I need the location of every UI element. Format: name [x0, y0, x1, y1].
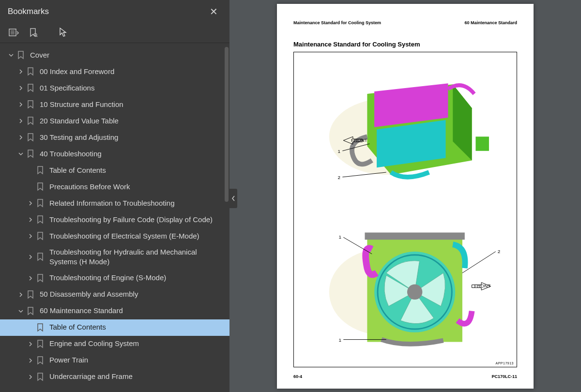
bookmark-icon: [35, 253, 46, 261]
tree-row[interactable]: Table of Contents: [0, 162, 229, 179]
svg-text:1: 1: [338, 337, 341, 343]
page-title: Maintenance Standard for Cooling System: [293, 41, 517, 48]
tree-row[interactable]: Power Train: [0, 352, 229, 369]
bookmarks-header: Bookmarks ✕: [0, 0, 229, 23]
tree-label: Cover: [30, 50, 225, 60]
chevron-right-icon[interactable]: [16, 292, 25, 297]
svg-line-5: [36, 36, 37, 37]
svg-rect-20: [365, 233, 464, 240]
tree-row[interactable]: 01 Specifications: [0, 80, 229, 96]
find-bookmark-icon[interactable]: [29, 28, 38, 38]
pdf-viewer[interactable]: Maintenance Standard for Cooling System …: [229, 0, 581, 392]
tree-row[interactable]: 10 Structure and Function: [0, 96, 229, 113]
chevron-right-icon[interactable]: [26, 201, 35, 206]
chevron-right-icon[interactable]: [26, 234, 35, 239]
figure-id: APP17913: [496, 362, 514, 365]
header-left: Maintenance Standard for Cooling System: [293, 20, 381, 25]
tree-label: Troubleshooting of Engine (S-Mode): [49, 273, 225, 283]
chevron-down-icon[interactable]: [16, 151, 25, 156]
scrollbar-thumb[interactable]: [225, 47, 229, 202]
tree-row[interactable]: Related Information to Troubleshooting: [0, 195, 229, 211]
tree-label: 10 Structure and Function: [40, 100, 225, 109]
bookmark-icon: [35, 166, 46, 175]
tree-label: Related Information to Troubleshooting: [49, 198, 225, 208]
bookmarks-title: Bookmarks: [8, 7, 49, 16]
pdf-page: Maintenance Standard for Cooling System …: [277, 4, 534, 389]
tree-row[interactable]: 40 Troubleshooting: [0, 146, 229, 162]
bookmarks-toolbar: [0, 23, 229, 43]
tree-label: Troubleshooting of Electrical System (E-…: [49, 231, 225, 241]
bookmark-icon: [25, 117, 36, 125]
bookmark-icon: [35, 199, 46, 208]
tree-label: 30 Testing and Adjusting: [40, 133, 225, 142]
tree-row[interactable]: 30 Testing and Adjusting: [0, 129, 229, 146]
header-right: 60 Maintenance Standard: [464, 20, 517, 25]
bookmark-icon: [35, 215, 46, 224]
svg-text:FRONT: FRONT: [474, 283, 490, 288]
tree-row[interactable]: Troubleshooting of Engine (S-Mode): [0, 270, 229, 286]
chevron-right-icon[interactable]: [16, 69, 25, 74]
tree-row[interactable]: Troubleshooting for Hydraulic and Mechan…: [0, 244, 229, 270]
tree-label: 50 Disassembly and Assembly: [40, 289, 225, 299]
tree-row[interactable]: 60 Maintenance Standard: [0, 303, 229, 319]
chevron-right-icon[interactable]: [26, 342, 35, 347]
tree-row[interactable]: 00 Index and Foreword: [0, 63, 229, 80]
footer-left: 60-4: [293, 374, 302, 379]
chevron-right-icon[interactable]: [26, 358, 35, 363]
tree-row[interactable]: Troubleshooting by Failure Code (Display…: [0, 211, 229, 228]
tree-label: Table of Contents: [49, 322, 225, 332]
bookmark-icon: [25, 290, 36, 299]
figure-container: FRONT 1 2: [293, 52, 517, 367]
cooling-system-iso-diagram: FRONT 1 2: [296, 54, 515, 210]
bookmark-icon: [25, 84, 36, 92]
bookmark-icon: [35, 182, 46, 191]
chevron-right-icon[interactable]: [16, 135, 25, 140]
tree-row[interactable]: 50 Disassembly and Assembly: [0, 286, 229, 303]
svg-text:2: 2: [337, 175, 340, 180]
tree-row[interactable]: 20 Standard Value Table: [0, 113, 229, 129]
footer-right: PC170LC-11: [491, 374, 517, 379]
bookmark-icon: [35, 323, 46, 332]
tree-label: 20 Standard Value Table: [40, 116, 225, 126]
svg-rect-11: [475, 136, 489, 151]
svg-text:1: 1: [337, 149, 340, 154]
svg-text:1: 1: [338, 234, 341, 240]
svg-point-23: [407, 285, 422, 300]
cursor-icon: [59, 27, 68, 40]
bookmark-icon: [35, 232, 46, 241]
collapse-panel-icon[interactable]: [229, 189, 237, 208]
chevron-right-icon[interactable]: [16, 119, 25, 123]
bookmark-icon: [35, 274, 46, 283]
chevron-right-icon[interactable]: [26, 276, 35, 281]
chevron-right-icon[interactable]: [26, 217, 35, 222]
page-running-header: Maintenance Standard for Cooling System …: [293, 20, 517, 27]
tree-row-cover[interactable]: Cover: [0, 47, 229, 63]
close-icon[interactable]: ✕: [206, 4, 222, 19]
chevron-right-icon[interactable]: [26, 255, 35, 259]
figure-bottom: FRONT 1 1 2: [296, 210, 515, 365]
tree-label: 40 Troubleshooting: [40, 149, 225, 159]
chevron-down-icon[interactable]: [7, 53, 15, 58]
chevron-right-icon[interactable]: [16, 86, 25, 90]
options-menu-icon[interactable]: [9, 29, 19, 37]
bookmark-icon: [35, 373, 46, 381]
bookmark-icon: [25, 307, 36, 316]
chevron-right-icon[interactable]: [26, 375, 35, 379]
tree-label: Precautions Before Work: [49, 182, 225, 192]
tree-row[interactable]: Table of Contents: [0, 319, 229, 336]
page-footer: 60-4 PC170LC-11: [293, 374, 517, 379]
tree-label: Troubleshooting by Failure Code (Display…: [49, 215, 225, 225]
chevron-down-icon[interactable]: [16, 309, 25, 314]
svg-text:2: 2: [498, 249, 500, 254]
svg-line-16: [342, 172, 386, 177]
tree-label: Troubleshooting for Hydraulic and Mechan…: [49, 247, 225, 267]
tree-row[interactable]: Troubleshooting of Electrical System (E-…: [0, 228, 229, 244]
bookmark-icon: [25, 150, 36, 158]
tree-row[interactable]: Undercarriage and Frame: [0, 369, 229, 385]
svg-text:FRONT: FRONT: [351, 137, 367, 143]
chevron-right-icon[interactable]: [16, 102, 25, 107]
tree-row[interactable]: Precautions Before Work: [0, 179, 229, 195]
tree-row[interactable]: Engine and Cooling System: [0, 336, 229, 352]
bookmarks-tree[interactable]: Cover 00 Index and Foreword01 Specificat…: [0, 43, 229, 392]
bookmarks-panel: Bookmarks ✕ Cover 00 Index and Foreword0…: [0, 0, 229, 392]
